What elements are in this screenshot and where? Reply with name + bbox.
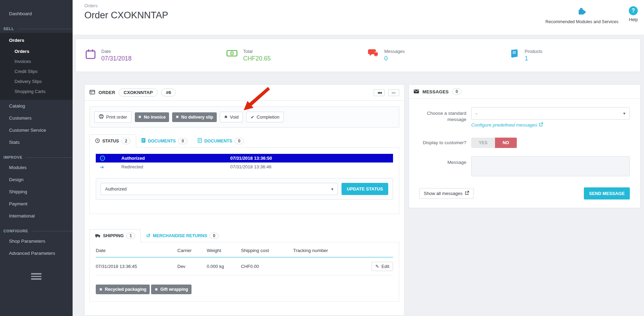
returns-count-badge: 0 (209, 233, 219, 239)
status-tab-content: ✓ Authorized 07/31/2018 13:36:50 ➔ Redir… (90, 147, 399, 214)
toggle-no[interactable]: NO (495, 138, 517, 148)
sidebar-item-modules[interactable]: Modules (0, 161, 73, 174)
show-all-messages-button[interactable]: Show all messages (419, 188, 474, 199)
messages-count-badge: 0 (452, 89, 461, 95)
clock-icon (95, 138, 100, 144)
shipping-count-badge: 1 (126, 233, 136, 239)
sidebar-item-design[interactable]: Design (0, 174, 73, 186)
sidebar-subitem-shopping-carts[interactable]: Shopping Carts (0, 86, 73, 96)
display-to-customer-toggle: YES NO (471, 138, 517, 148)
kpi-messages-value: 0 (384, 55, 405, 62)
envelope-icon (414, 89, 419, 95)
toggle-yes[interactable]: YES (471, 138, 495, 148)
sidebar-item-stats[interactable]: Stats (0, 136, 73, 148)
edit-shipping-button[interactable]: ✎ Edit (372, 262, 393, 271)
sidebar-item-dashboard[interactable]: Dashboard (0, 8, 73, 20)
sidebar-item-international[interactable]: International (0, 210, 73, 222)
help-link[interactable]: ? Help (629, 6, 638, 22)
x-icon: ✖ (138, 115, 141, 119)
kpi-products-value: 1 (525, 55, 542, 62)
sidebar: Dashboard SELL Orders Orders Invoices Cr… (0, 0, 73, 316)
messages-panel: MESSAGES 0 Choose a standard message - ▾… (409, 84, 641, 208)
breadcrumb[interactable]: Orders (84, 3, 168, 8)
status-history-row: ✓ Authorized 07/31/2018 13:36:50 (96, 154, 393, 162)
sidebar-section-sell: SELL (3, 27, 73, 31)
divider (18, 29, 73, 29)
tab-documents-2[interactable]: DOCUMENTS 0 (193, 134, 249, 147)
sidebar-item-shop-parameters[interactable]: Shop Parameters (0, 235, 73, 247)
sidebar-group-orders: Orders Orders Invoices Credit Slips Deli… (0, 33, 73, 100)
document-outline-icon (198, 138, 202, 144)
calendar-icon (85, 49, 96, 61)
shipping-tab-content: Date Carrier Weight Shipping cost Tracki… (90, 242, 399, 301)
update-status-button[interactable]: UPDATE STATUS (342, 183, 388, 195)
sidebar-section-improve: IMPROVE (3, 155, 73, 159)
kpi-date: Date 07/31/2018 (76, 49, 217, 62)
tab-documents-1[interactable]: DOCUMENTS 0 (136, 134, 193, 147)
order-card-icon (90, 90, 95, 96)
sidebar-subitem-delivery-slips[interactable]: Delivery Slips (0, 76, 73, 86)
status-select[interactable]: Authorized ▾ (101, 183, 338, 195)
tab-shipping[interactable]: SHIPPING 1 (90, 229, 141, 242)
status-history-row: ➔ Redirected 07/31/2018 13:36:46 (96, 162, 393, 171)
sidebar-item-shipping[interactable]: Shipping (0, 186, 73, 198)
sidebar-item-payment[interactable]: Payment (0, 198, 73, 210)
documents-count-badge: 0 (178, 138, 187, 144)
book-icon (509, 49, 519, 60)
shipping-table-header: Date Carrier Weight Shipping cost Tracki… (96, 242, 393, 258)
divider (26, 157, 73, 158)
sidebar-item-customers[interactable]: Customers (0, 112, 73, 124)
no-invoice-badge: ✖ No invoice (135, 112, 169, 122)
help-icon: ? (629, 6, 638, 15)
page-header: Orders Order CXOKNNTAP Recommended Modul… (73, 0, 644, 35)
status-date: 07/31/2018 13:36:46 (230, 164, 271, 169)
message-textarea[interactable] (471, 156, 630, 176)
sidebar-item-orders[interactable]: Orders (0, 34, 73, 46)
printer-icon (99, 114, 104, 120)
puzzle-icon (577, 6, 587, 17)
status-name: Redirected (121, 164, 230, 169)
tab-status[interactable]: STATUS 2 (90, 134, 136, 148)
arrow-right-icon: ➔ (100, 164, 104, 170)
x-icon: ✖ (99, 287, 102, 292)
shipping-cost: CHF0.00 (241, 264, 293, 269)
sidebar-subitem-invoices[interactable]: Invoices (0, 56, 73, 66)
update-status-box: Authorized ▾ UPDATE STATUS (96, 178, 393, 200)
sidebar-section-configure: CONFIGURE (3, 229, 73, 233)
sidebar-item-customer-service[interactable]: Customer Service (0, 124, 73, 136)
order-reference-badge: CXOKNNTAP (119, 89, 158, 96)
document-icon (141, 138, 146, 144)
sidebar-item-advanced-parameters[interactable]: Advanced Parameters (0, 247, 73, 259)
status-count-badge: 2 (121, 138, 131, 144)
configure-predefined-messages-link[interactable]: Configure predefined messages (471, 122, 543, 128)
sidebar-subitem-credit-slips[interactable]: Credit Slips (0, 66, 73, 76)
gift-wrapping-badge: ✖ Gift wrapping (151, 285, 192, 294)
order-panel: ORDER CXOKNNTAP #6 ◀◀ ▶▶ Print order (84, 84, 404, 316)
kpi-total-value: CHF20.65 (243, 55, 271, 62)
kpi-products: Products 1 (499, 49, 640, 62)
external-link-icon (539, 122, 543, 128)
check-circle-icon: ✓ (100, 156, 105, 161)
void-button[interactable]: ✖ Void (220, 112, 243, 122)
status-name: Authorized (121, 156, 230, 161)
standard-message-label: Choose a standard message (419, 107, 471, 128)
recommended-modules-link[interactable]: Recommended Modules and Services (545, 6, 618, 24)
main-area: Orders Order CXOKNNTAP Recommended Modul… (73, 0, 644, 316)
pencil-icon: ✎ (375, 264, 379, 269)
status-date: 07/31/2018 13:36:50 (230, 156, 272, 161)
truck-icon (95, 233, 101, 239)
x-icon: ✖ (176, 115, 179, 119)
sidebar-subitem-orders[interactable]: Orders (0, 46, 73, 56)
external-link-icon (465, 191, 469, 196)
print-order-button[interactable]: Print order (94, 111, 132, 123)
shipping-weight: 0.000 kg (207, 264, 241, 269)
standard-message-select[interactable]: - ▾ (471, 107, 630, 120)
collapse-menu-icon[interactable] (31, 273, 42, 280)
tab-merchandise-returns[interactable]: ↺ MERCHANDISE RETURNS 0 (141, 229, 224, 242)
sidebar-item-catalog[interactable]: Catalog (0, 100, 73, 112)
next-order-button[interactable]: ▶▶ (388, 89, 399, 96)
previous-order-button[interactable]: ◀◀ (374, 89, 385, 96)
send-message-button[interactable]: SEND MESSAGE (584, 187, 630, 199)
completion-button[interactable]: ✔ Completion (246, 112, 284, 122)
kpi-total: Total CHF20.65 (217, 49, 358, 62)
